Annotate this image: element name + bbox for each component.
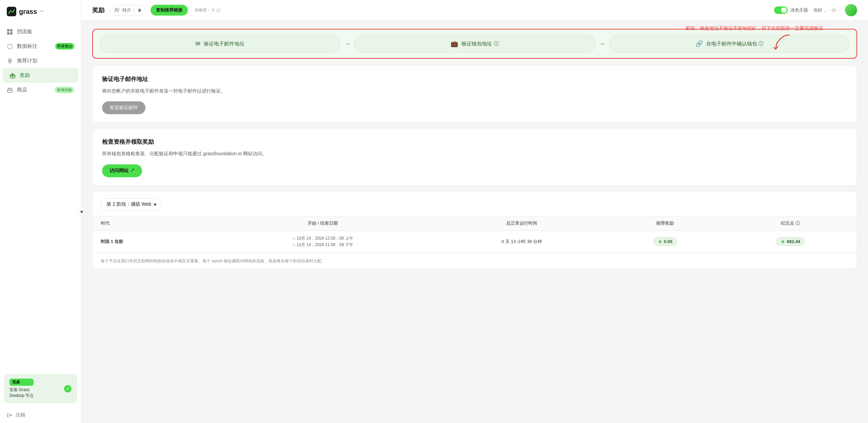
verification-steps-box: ✉ 验证电子邮件地址 → 💼 验证钱包地址 ⓘ → 🔗 在电子邮件中确认钱包 ⓘ <box>92 29 857 59</box>
logo-tm: ™ <box>40 10 43 14</box>
cell-epoch: 时段 1 当前 <box>93 230 208 253</box>
sidebar-item-shop-label: 商店 <box>17 87 27 93</box>
arrow1: → <box>344 40 350 47</box>
svg-rect-1 <box>7 29 9 32</box>
header: 奖励 转介： 0 复制推荐链接 待推荐： 0 i <box>81 0 868 21</box>
signout-button[interactable]: 注销 <box>0 407 81 423</box>
sidebar-item-referral-label: 推荐计划 <box>17 58 37 64</box>
email-card-desc: 将向您帐户的关联电子邮件发送一封电子邮件以进行验证。 <box>102 87 847 95</box>
table-footer: 每个节点在我们夺回互联网控制权的使命中都至关重要。每个 epoch 都会捕获对网… <box>93 253 857 269</box>
content-area: ✉ 验证电子邮件地址 → 💼 验证钱包地址 ⓘ → 🔗 在电子邮件中确认钱包 ⓘ… <box>81 21 868 423</box>
col-epoch: 时代 <box>93 216 208 230</box>
chevron-down-icon: ▾ <box>154 202 156 207</box>
rocket-icon <box>7 58 13 64</box>
copy-referral-button[interactable]: 复制推荐链接 <box>151 5 188 16</box>
col-uptime: 总正常运行时间 <box>438 216 606 230</box>
step1-icon: ✉ <box>195 40 200 47</box>
logo: grass™ <box>0 0 81 24</box>
grid-icon <box>7 29 13 35</box>
svg-point-12 <box>115 8 117 10</box>
svg-point-13 <box>117 8 119 10</box>
rewards-card-desc: 所有钱包资格检查器、分配验证和申领只能通过 grassfoundation.io… <box>102 150 847 157</box>
user-greeting: 你好， ···@··· <box>813 7 840 13</box>
sidebar-bottom: 完成 安装 Grass Desktop 节点 ✓ 注销 <box>0 370 81 423</box>
sidebar-item-rewards-label: 奖励 <box>20 72 30 79</box>
grass-logo-icon <box>7 7 16 16</box>
col-referral-reward: 推荐奖励 <box>606 216 724 230</box>
table-header-row: 时代 开始 / 结束日期 总正常运行时间 推荐奖励 纪元点 ⓘ <box>93 216 857 230</box>
send-verification-button[interactable]: 发送验证邮件 <box>102 101 145 114</box>
epoch-dropdown-label: 第 2 阶段：捕获 Web <box>106 201 151 207</box>
step1-pill[interactable]: ✉ 验证电子邮件地址 <box>100 35 340 53</box>
people-icon <box>114 7 120 13</box>
svg-text:i: i <box>218 9 219 12</box>
install-card-text: 安装 Grass Desktop 节点 <box>9 387 34 399</box>
epoch-section: 第 2 阶段：捕获 Web ▾ 时代 开始 / 结束日期 总正常运行时间 推荐奖… <box>92 191 857 269</box>
svg-point-6 <box>9 60 11 61</box>
referral-pill: 转介： 0 <box>110 5 145 16</box>
gift-icon <box>9 73 16 79</box>
sidebar-item-dashboard-label: 挡泥板 <box>17 28 32 35</box>
signout-icon <box>7 412 12 418</box>
epoch-dropdown[interactable]: 第 2 阶段：捕获 Web ▾ <box>101 198 162 210</box>
sidebar-collapse-button[interactable]: ◀ <box>77 207 85 216</box>
referral-label: 转介： <box>122 7 136 13</box>
svg-rect-4 <box>10 32 13 35</box>
sidebar-item-referral[interactable]: 推荐计划 <box>0 54 81 68</box>
verification-wrapper: ✉ 验证电子邮件地址 → 💼 验证钱包地址 ⓘ → 🔗 在电子邮件中确认钱包 ⓘ… <box>92 29 857 59</box>
epoch-points-value: 682.44 <box>776 237 805 246</box>
signout-label: 注销 <box>16 412 25 418</box>
sidebar-item-data-label[interactable]: 数据标注 即将推出 <box>0 39 81 54</box>
email-verification-card: 验证电子邮件地址 将向您帐户的关联电子邮件发送一封电子邮件以进行验证。 发送验证… <box>92 65 857 123</box>
avatar <box>845 4 857 16</box>
theme-label: 浅色主题 <box>790 7 808 13</box>
install-check-icon: ✓ <box>64 385 72 392</box>
referral-reward-value: 0.00 <box>653 237 677 246</box>
box-icon <box>7 87 13 93</box>
sidebar: grass™ 挡泥板 数据标注 即将推出 推荐计划 <box>0 0 81 423</box>
cell-uptime: 0 天 13 小时 39 分钟 <box>438 230 606 253</box>
sidebar-item-data-label-label: 数据标注 <box>17 43 37 49</box>
theme-toggle[interactable]: 浅色主题 <box>774 6 808 14</box>
header-right: 浅色主题 你好， ···@··· <box>774 4 857 16</box>
epoch-header: 第 2 阶段：捕获 Web ▾ <box>93 198 857 216</box>
visit-website-button[interactable]: 访问网站 ↗ <box>102 164 142 177</box>
step1-label: 验证电子邮件地址 <box>204 41 244 47</box>
theme-toggle-switch[interactable] <box>774 6 788 14</box>
cell-referral-reward: 0.00 <box>606 230 724 253</box>
sidebar-item-rewards[interactable]: 奖励 <box>3 68 78 83</box>
pending-label: 待推荐： 0 i <box>195 7 220 13</box>
cell-dates: ⊙ 10月 14，2024 12:00：00 上午 ⊙ 11月 14，2024 … <box>208 230 438 253</box>
page-title: 奖励 <box>92 6 104 14</box>
col-dates: 开始 / 结束日期 <box>208 216 438 230</box>
epoch-table: 时代 开始 / 结束日期 总正常运行时间 推荐奖励 纪元点 ⓘ 时段 1 当前 <box>93 216 857 253</box>
svg-rect-9 <box>7 89 12 93</box>
sidebar-item-shop[interactable]: 商店 新增功能 <box>0 83 81 97</box>
main-content: 奖励 转介： 0 复制推荐链接 待推荐： 0 i <box>81 0 868 423</box>
pending-info: 待推荐： 0 i <box>195 7 220 13</box>
shop-badge: 新增功能 <box>55 87 74 93</box>
arrow2: → <box>599 40 605 47</box>
install-card: 完成 安装 Grass Desktop 节点 ✓ <box>4 374 77 403</box>
logo-text: grass <box>19 8 37 16</box>
svg-rect-3 <box>7 32 9 35</box>
step2-icon: 💼 <box>451 40 458 47</box>
referral-count: 0 <box>138 8 141 13</box>
step3-icon: 🔗 <box>695 40 703 47</box>
sidebar-item-dashboard[interactable]: 挡泥板 <box>0 24 81 39</box>
install-badge: 完成 <box>9 379 34 386</box>
step3-pill[interactable]: 🔗 在电子邮件中确认钱包 ⓘ <box>609 35 850 53</box>
grass-leaf-icon-points <box>781 239 785 244</box>
toggle-knob <box>781 7 787 13</box>
step2-pill[interactable]: 💼 验证钱包地址 ⓘ <box>354 35 595 53</box>
chart-icon <box>7 43 13 49</box>
data-label-badge: 即将推出 <box>55 43 74 49</box>
grass-leaf-icon-referral <box>658 239 663 244</box>
rewards-card-title: 检查资格并领取奖励 <box>102 138 847 146</box>
rewards-card: 检查资格并领取奖励 所有钱包资格检查器、分配验证和申领只能通过 grassfou… <box>92 128 857 185</box>
step2-label: 验证钱包地址 ⓘ <box>461 41 498 47</box>
cell-epoch-points: 682.44 <box>724 230 857 253</box>
col-epoch-points: 纪元点 ⓘ <box>724 216 857 230</box>
svg-rect-2 <box>10 29 13 32</box>
info-icon-pending: i <box>216 8 220 12</box>
